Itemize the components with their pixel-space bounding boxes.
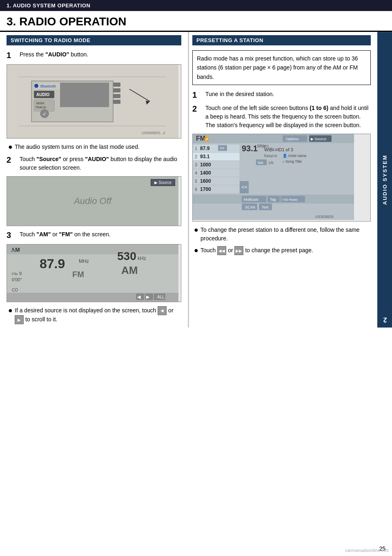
bullet-2: ● If a desired source is not displayed o…	[7, 306, 181, 325]
svg-rect-9	[60, 83, 109, 107]
scroll-right-icon: ▶	[15, 315, 24, 324]
svg-text:4: 4	[195, 170, 197, 175]
step-3-bold1: "AM"	[36, 231, 51, 238]
preset-forward-icon: ▶▶	[234, 246, 243, 255]
info-box: Radio mode has a mix preset function, wh…	[192, 50, 371, 85]
svg-rect-10	[113, 83, 120, 87]
right-bullet-1-icon: ●	[194, 226, 200, 243]
preset-back-icon: ◀◀	[217, 246, 226, 255]
chapter-number: 2	[383, 316, 387, 323]
step-2-prefix: Touch	[20, 156, 36, 162]
step-1: 1 Press the "AUDIO" button.	[7, 50, 181, 60]
step-2-number: 2	[7, 155, 16, 172]
scroll-left-icon: ◀	[158, 306, 167, 315]
svg-text:🔊: 🔊	[11, 247, 16, 252]
svg-text:FM: FM	[72, 270, 84, 279]
svg-text:0'00": 0'00"	[12, 277, 22, 282]
svg-text:▶ Source: ▶ Source	[311, 137, 326, 141]
svg-text:Multicast: Multicast	[244, 197, 258, 202]
bullet-2-text: If a desired source is not displayed on …	[15, 306, 181, 325]
breadcrumb: 1. AUDIO SYSTEM OPERATION	[0, 0, 392, 11]
svg-text:◀: ◀	[137, 294, 141, 299]
svg-text:US3036DS: US3036DS	[315, 215, 334, 219]
svg-text:SEEK: SEEK	[36, 101, 45, 105]
svg-rect-12	[113, 94, 120, 98]
svg-text:TRACK: TRACK	[35, 105, 47, 109]
svg-text:3: 3	[195, 162, 197, 167]
svg-text:▶: ▶	[146, 294, 150, 299]
svg-text:File: File	[12, 272, 18, 276]
svg-text:1700: 1700	[200, 186, 211, 192]
step-3-content: Touch "AM" or "FM" on the screen.	[20, 230, 181, 240]
step-1-text-prefix: Press the	[20, 51, 45, 58]
svg-point-5	[34, 84, 38, 88]
svg-text:EasyLis: EasyLis	[264, 154, 277, 158]
step-2-mid: or press	[61, 156, 85, 162]
step-2-content: Touch "Source" or press "AUDIO" button t…	[20, 155, 181, 172]
step-3-number: 3	[7, 230, 16, 240]
watermark: carmanualsonline.info	[345, 548, 389, 553]
svg-text:1: 1	[195, 146, 197, 151]
svg-text:📶: 📶	[204, 137, 209, 141]
step-2-bold2: "AUDIO"	[85, 156, 109, 162]
fm-preset-screen-container: FM 📶 Options ▶ Source 93.1 MHz HD) WIBI-…	[192, 134, 371, 222]
svg-text:87.9: 87.9	[40, 256, 65, 271]
step-3: 3 Touch "AM" or "FM" on the screen.	[7, 230, 181, 240]
svg-text:1600: 1600	[200, 178, 211, 184]
svg-text:CO: CO	[12, 288, 18, 292]
bullet-1: ● The audio system turns on in the last …	[7, 143, 181, 152]
svg-rect-23	[7, 244, 178, 254]
right-bullet-2-icon: ●	[194, 246, 200, 255]
svg-text:1400: 1400	[200, 170, 211, 176]
svg-text:>>: >>	[220, 146, 225, 150]
step-3-bold2: "FM"	[59, 231, 73, 238]
svg-text:SCAN: SCAN	[245, 205, 255, 209]
svg-text:Options: Options	[286, 137, 299, 141]
left-column: SWITCHING TO RADIO MODE 1 Press the "AUD…	[0, 32, 188, 327]
section-header-switching: SWITCHING TO RADIO MODE	[7, 35, 181, 45]
svg-text:87.9: 87.9	[200, 146, 210, 151]
right-step-2-bold: (1 to 6)	[310, 105, 328, 111]
svg-rect-13	[113, 100, 120, 104]
right-bullet-2: ● Touch ◀◀ or ▶▶ to change the preset pa…	[192, 246, 371, 255]
bullet-icon: ●	[8, 143, 15, 152]
step-2-bold1: "Source"	[36, 156, 61, 162]
svg-text:WIBI-HD1 of 3: WIBI-HD1 of 3	[264, 147, 293, 152]
right-bullet-1-text: To change the preset station to a differ…	[200, 226, 371, 243]
svg-text:93.1: 93.1	[200, 154, 210, 159]
side-tab: 2 AUDIO SYSTEM	[377, 32, 392, 327]
right-step-1: 1 Tune in the desired station.	[192, 90, 371, 100]
bullet-1-text: The audio system turns on in the last mo…	[15, 143, 181, 152]
svg-text:AUDIO: AUDIO	[36, 92, 49, 97]
svg-text:93.1: 93.1	[242, 144, 258, 153]
step-3-suffix: on the screen.	[73, 231, 111, 238]
svg-text:ALL: ALL	[157, 295, 165, 299]
right-bullet-1: ● To change the preset station to a diff…	[192, 226, 371, 243]
svg-text:👤 Artist name: 👤 Artist name	[283, 153, 307, 158]
right-step-2-prefix: Touch one of the left side screen button…	[205, 105, 310, 111]
audio-off-text: Audio Off	[74, 196, 111, 206]
svg-rect-11	[113, 88, 120, 92]
svg-text:2: 2	[195, 154, 197, 159]
audio-off-screen-container: ▶ Source Audio Off	[7, 176, 181, 226]
svg-text:I HD Radio: I HD Radio	[282, 198, 298, 202]
step-1-number: 1	[7, 50, 16, 60]
svg-text:6: 6	[195, 187, 197, 192]
svg-text:Bluetooth: Bluetooth	[40, 84, 56, 88]
right-step-1-text: Tune in the desired station.	[205, 91, 274, 97]
svg-text:530: 530	[117, 250, 136, 262]
source-button-img: ▶ Source	[151, 179, 175, 186]
svg-text:✓: ✓	[42, 111, 47, 117]
section-header-presetting: PRESETTING A STATION	[192, 35, 371, 45]
source-icon: ▶	[154, 180, 158, 185]
right-step-2: 2 Touch one of the left side screen butt…	[192, 104, 371, 130]
right-step-2-number: 2	[192, 104, 202, 130]
right-column: PRESETTING A STATION Radio mode has a mi…	[189, 32, 377, 327]
svg-text:1/6: 1/6	[268, 161, 274, 165]
step-1-text-bold: "AUDIO"	[45, 51, 69, 58]
step-1-text-suffix: button.	[69, 51, 88, 58]
svg-text:US0006DS...2: US0006DS...2	[142, 131, 165, 135]
step-2: 2 Touch "Source" or press "AUDIO" button…	[7, 155, 181, 172]
svg-text:♪ Song Title: ♪ Song Title	[283, 159, 302, 164]
svg-text:Set: Set	[258, 161, 263, 165]
